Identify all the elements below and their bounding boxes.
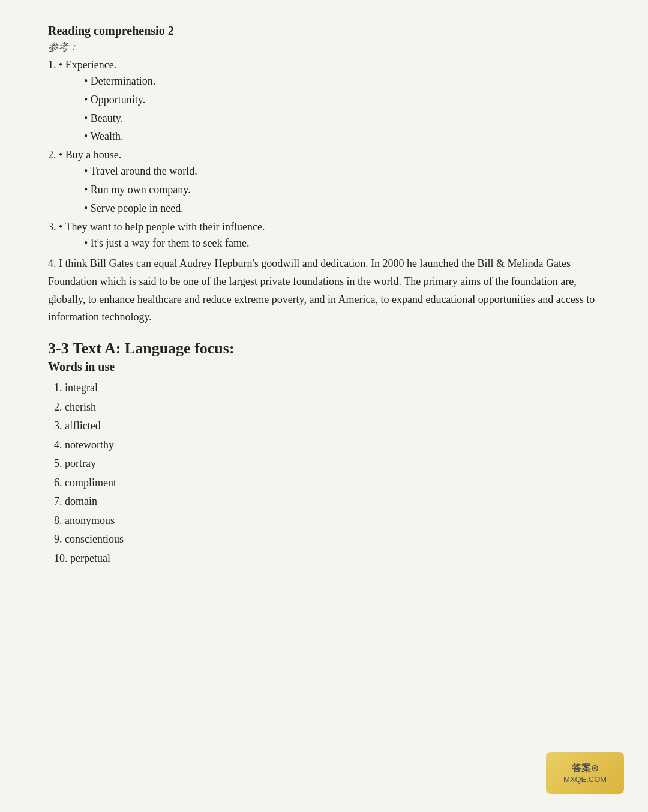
word-2: cherish	[65, 401, 96, 413]
qa-bullet-3-0: They want to help people with their infl…	[59, 221, 265, 233]
word-3: afflicted	[65, 420, 101, 432]
list-item: Determination.	[84, 73, 600, 90]
word-10: perpetual	[70, 552, 110, 564]
qa-item-2: 2. Buy a house. Travel around the world.…	[48, 149, 600, 217]
qa-bullet-1-0: Experience.	[59, 59, 116, 71]
qa-paragraph-4: I think Bill Gates can equal Audrey Hepb…	[48, 257, 595, 323]
word-9: conscientious	[65, 533, 124, 545]
qa-item-4: 4. I think Bill Gates can equal Audrey H…	[48, 255, 600, 326]
word-number-2: 2.	[54, 401, 62, 413]
word-number-4: 4.	[54, 439, 62, 451]
word-6: compliment	[65, 477, 116, 489]
list-item: It's just a way for them to seek fame.	[84, 235, 600, 252]
word-4: noteworthy	[65, 439, 114, 451]
list-item: 6. compliment	[54, 474, 600, 493]
page-container: Reading comprehensio 2 参考： 1. Experience…	[48, 24, 600, 568]
qa-sublist-3: It's just a way for them to seek fame.	[84, 235, 600, 252]
word-7: domain	[65, 495, 97, 507]
list-item: 2. cherish	[54, 398, 600, 417]
word-number-7: 7.	[54, 495, 62, 507]
word-number-10: 10.	[54, 552, 68, 564]
word-1: integral	[65, 382, 98, 394]
word-8: anonymous	[65, 514, 115, 526]
list-item: 1. integral	[54, 379, 600, 398]
list-item: 10. perpetual	[54, 549, 600, 568]
list-item: 7. domain	[54, 492, 600, 511]
section2-title: 3-3 Text A: Language focus:	[48, 340, 600, 358]
word-number-5: 5.	[54, 457, 62, 469]
qa-number-4: 4.	[48, 257, 59, 269]
word-number-6: 6.	[54, 477, 62, 489]
qa-item-1: 1. Experience. Determination. Opportunit…	[48, 59, 600, 145]
word-number-1: 1.	[54, 382, 62, 394]
list-item: 5. portray	[54, 454, 600, 474]
qa-sublist-1: Determination. Opportunity. Beauty. Weal…	[84, 73, 600, 145]
watermark-bottom: MXQE.COM	[563, 775, 607, 784]
word-5: portray	[65, 457, 96, 469]
watermark: 答案⊙ MXQE.COM	[546, 752, 624, 794]
qa-sublist-2: Travel around the world. Run my own comp…	[84, 163, 600, 217]
list-item: 3. afflicted	[54, 417, 600, 436]
word-number-9: 9.	[54, 533, 62, 545]
list-item: Run my own company.	[84, 181, 600, 199]
list-item: Opportunity.	[84, 91, 600, 109]
watermark-top: 答案⊙	[572, 762, 599, 775]
list-item: Travel around the world.	[84, 163, 600, 180]
qa-item-3: 3. They want to help people with their i…	[48, 221, 600, 252]
word-number-3: 3.	[54, 420, 62, 432]
reference-label: 参考：	[48, 40, 600, 54]
list-item: Serve people in need.	[84, 200, 600, 217]
list-item: 9. conscientious	[54, 530, 600, 549]
section1-title: Reading comprehensio 2	[48, 24, 600, 38]
qa-number-3: 3.	[48, 221, 59, 233]
list-item: Wealth.	[84, 128, 600, 145]
qa-number-2: 2.	[48, 149, 59, 161]
word-number-8: 8.	[54, 514, 62, 526]
words-list: 1. integral 2. cherish 3. afflicted 4. n…	[54, 379, 600, 568]
qa-number-1: 1.	[48, 59, 59, 71]
list-item: Beauty.	[84, 110, 600, 127]
list-item: 4. noteworthy	[54, 436, 600, 455]
qa-bullet-2-0: Buy a house.	[59, 149, 121, 161]
words-in-use-title: Words in use	[48, 360, 600, 374]
list-item: 8. anonymous	[54, 511, 600, 531]
